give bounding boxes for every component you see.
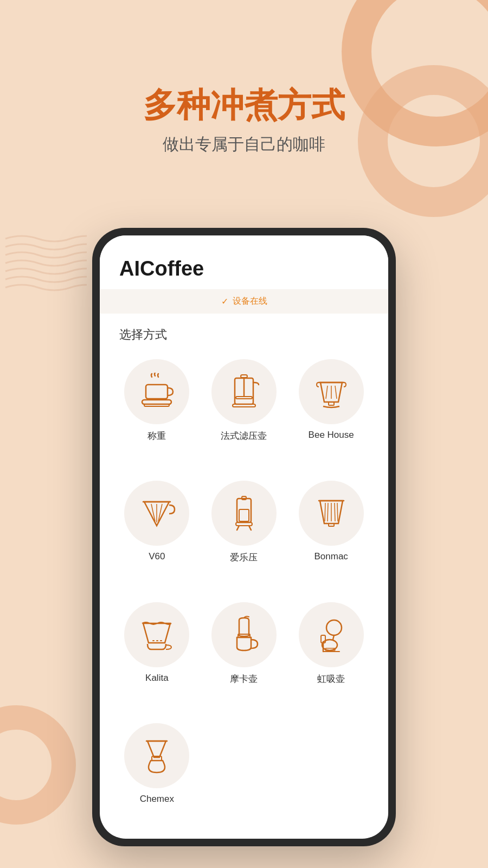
method-bee-house[interactable]: Bee House: [289, 354, 373, 472]
wavy-decoration: [0, 228, 87, 293]
app-title: AICoffee: [119, 257, 369, 280]
svg-line-27: [337, 503, 338, 521]
hero-subtitle: 做出专属于自己的咖啡: [0, 133, 488, 156]
method-kalita[interactable]: Kalita: [115, 597, 199, 715]
method-icon-bee-house: [299, 359, 364, 424]
svg-line-26: [335, 503, 335, 521]
hero-section: 多种冲煮方式 做出专属于自己的咖啡: [0, 87, 488, 156]
method-icon-moka-pot: [211, 602, 277, 667]
svg-rect-2: [144, 404, 169, 406]
method-label-kalita: Kalita: [145, 673, 169, 684]
method-icon-bonmac: [299, 481, 364, 546]
svg-rect-11: [329, 402, 334, 405]
method-icon-syphon: [299, 602, 364, 667]
method-label-chemex: Chemex: [140, 794, 174, 805]
status-check-icon: ✓: [221, 296, 228, 307]
svg-line-8: [326, 386, 328, 399]
svg-rect-3: [241, 375, 247, 378]
phone-frame: AICoffee ✓ 设备在线 选择方式: [92, 228, 396, 846]
svg-rect-17: [239, 509, 249, 521]
svg-point-33: [326, 620, 342, 635]
method-french-press[interactable]: 法式滤压壶: [202, 354, 286, 472]
method-icon-french-press: [211, 359, 277, 424]
phone-screen: AICoffee ✓ 设备在线 选择方式: [100, 235, 388, 839]
method-syphon[interactable]: 虹吸壶: [289, 597, 373, 715]
method-label-scale: 称重: [147, 430, 166, 442]
status-bar: ✓ 设备在线: [100, 289, 388, 314]
status-text: 设备在线: [233, 296, 267, 307]
method-label-aeropress: 爱乐压: [230, 551, 258, 564]
svg-rect-1: [142, 400, 171, 404]
method-icon-scale: [124, 359, 189, 424]
hero-title: 多种冲煮方式: [0, 87, 488, 124]
svg-rect-7: [233, 404, 255, 407]
method-label-bee-house: Bee House: [309, 430, 354, 441]
phone-mockup: AICoffee ✓ 设备在线 选择方式: [92, 228, 396, 846]
section-label: 选择方式: [100, 314, 388, 349]
svg-line-20: [237, 526, 239, 530]
svg-line-24: [328, 503, 328, 521]
method-icon-aeropress: [211, 481, 277, 546]
method-aeropress[interactable]: 爱乐压: [202, 475, 286, 593]
method-v60[interactable]: V60: [115, 475, 199, 593]
method-label-french-press: 法式滤压壶: [221, 430, 267, 442]
method-scale[interactable]: 称重: [115, 354, 199, 472]
method-icon-chemex: [124, 723, 189, 788]
method-icon-kalita: [124, 602, 189, 667]
method-label-v60: V60: [149, 551, 165, 562]
app-header: AICoffee: [100, 235, 388, 289]
method-chemex[interactable]: Chemex: [115, 718, 199, 834]
method-moka-pot[interactable]: 摩卡壶: [202, 597, 286, 715]
svg-rect-0: [146, 385, 168, 399]
method-label-syphon: 虹吸壶: [317, 673, 345, 685]
svg-line-35: [333, 635, 334, 640]
bg-decoration-circle-bottom-left: [0, 705, 76, 825]
method-bonmac[interactable]: Bonmac: [289, 475, 373, 593]
svg-rect-28: [329, 524, 334, 526]
svg-line-21: [249, 526, 251, 530]
svg-line-23: [325, 503, 325, 521]
svg-rect-19: [236, 522, 252, 526]
method-label-bonmac: Bonmac: [314, 551, 348, 562]
method-icon-v60: [124, 481, 189, 546]
methods-grid: 称重: [100, 349, 388, 839]
svg-line-10: [335, 386, 337, 399]
method-label-moka-pot: 摩卡壶: [230, 673, 258, 685]
svg-rect-6: [236, 397, 252, 399]
